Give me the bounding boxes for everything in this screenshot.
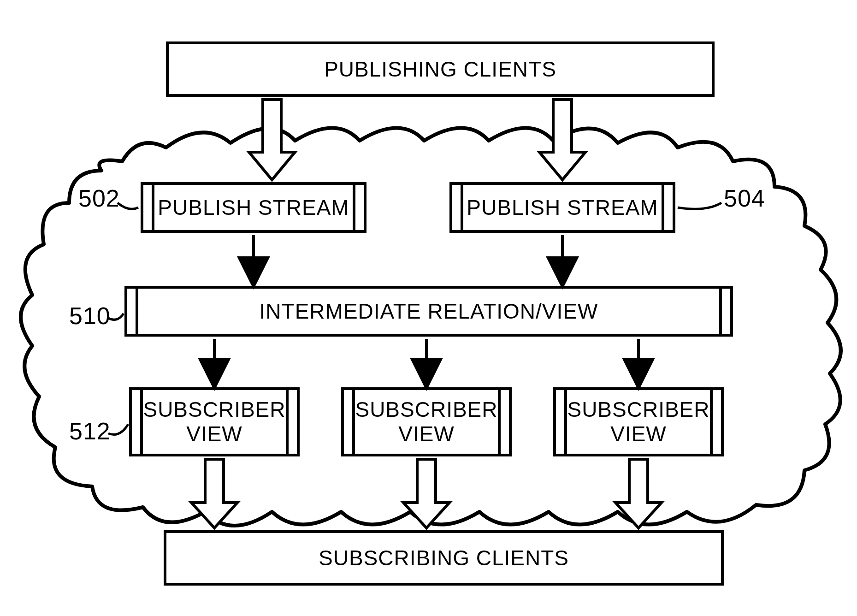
ref-504: 504 [724, 184, 765, 212]
publish-stream-left-label: PUBLISH STREAM [158, 195, 349, 220]
intermediate-box: INTERMEDIATE RELATION/VIEW [124, 286, 733, 337]
arrow-top-to-right [539, 100, 585, 180]
ref-502: 502 [78, 184, 120, 212]
arrow-sv1-bottom [191, 459, 237, 528]
intermediate-label: INTERMEDIATE RELATION/VIEW [260, 299, 598, 324]
publish-stream-left-box: PUBLISH STREAM [141, 182, 366, 233]
leader-502 [118, 203, 138, 209]
publish-stream-right-label: PUBLISH STREAM [467, 195, 658, 220]
arrow-top-to-left [249, 100, 295, 180]
ref-512: 512 [69, 417, 111, 445]
arrow-sv2-bottom [403, 459, 449, 528]
publish-stream-right-box: PUBLISH STREAM [449, 182, 675, 233]
subscriber-view-2-label: SUBSCRIBER VIEW [355, 397, 497, 446]
subscribing-clients-box: SUBSCRIBING CLIENTS [164, 530, 724, 586]
subscriber-view-1-box: SUBSCRIBER VIEW [129, 387, 300, 456]
subscriber-view-1-label: SUBSCRIBER VIEW [143, 397, 285, 446]
subscriber-view-2-box: SUBSCRIBER VIEW [341, 387, 512, 456]
ref-510: 510 [69, 302, 111, 330]
publishing-clients-label: PUBLISHING CLIENTS [324, 57, 556, 82]
subscribing-clients-label: SUBSCRIBING CLIENTS [319, 546, 569, 570]
diagram-canvas: PUBLISHING CLIENTS PUBLISH STREAM PUBLIS… [0, 0, 857, 616]
leader-512 [108, 424, 128, 435]
publishing-clients-box: PUBLISHING CLIENTS [166, 41, 715, 97]
subscriber-view-3-label: SUBSCRIBER VIEW [567, 397, 709, 446]
leader-504 [678, 203, 721, 209]
arrow-sv3-bottom [615, 459, 662, 528]
subscriber-view-3-box: SUBSCRIBER VIEW [553, 387, 724, 456]
leader-510 [108, 314, 124, 320]
